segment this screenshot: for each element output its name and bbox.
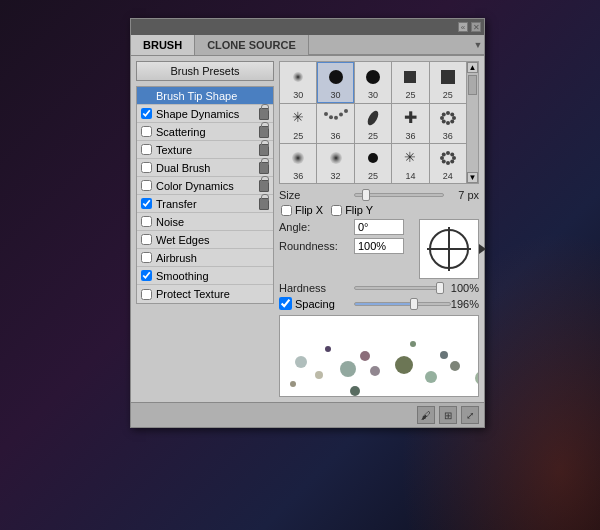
title-bar: « ✕	[131, 19, 484, 35]
checkbox-wet-edges[interactable]	[141, 234, 152, 245]
roundness-row: Roundness:	[279, 238, 414, 254]
brush-shape-10	[284, 146, 312, 170]
brush-cell-3[interactable]: 25	[392, 62, 428, 103]
brush-cell-6[interactable]: 36	[317, 104, 353, 143]
svg-point-22	[330, 152, 342, 164]
svg-point-19	[446, 111, 450, 115]
size-slider[interactable]	[354, 193, 444, 197]
roundness-input[interactable]	[354, 238, 404, 254]
angle-input[interactable]	[354, 219, 404, 235]
svg-point-9	[339, 113, 343, 117]
brush-cell-7[interactable]: 25	[355, 104, 391, 143]
brush-option-airbrush[interactable]: Airbrush	[137, 249, 273, 267]
expand-icon[interactable]: ⤢	[461, 406, 479, 424]
brush-option-shape-dynamics[interactable]: Shape Dynamics	[137, 105, 273, 123]
brush-option-transfer[interactable]: Transfer	[137, 195, 273, 213]
checkbox-color-dynamics[interactable]	[141, 180, 152, 191]
checkbox-dual-brush[interactable]	[141, 162, 152, 173]
brush-option-smoothing[interactable]: Smoothing	[137, 267, 273, 285]
brush-option-dual-brush[interactable]: Dual Brush	[137, 159, 273, 177]
tab-clone-source[interactable]: CLONE SOURCE	[195, 35, 309, 55]
scroll-up-btn[interactable]: ▲	[467, 62, 478, 73]
scroll-down-btn[interactable]: ▼	[467, 172, 478, 183]
spacing-label: Spacing	[295, 298, 335, 310]
spacing-check-group: Spacing	[279, 297, 354, 310]
brush-cell-5[interactable]: ✳25	[280, 104, 316, 143]
brush-stroke-preview	[279, 315, 479, 397]
brush-preview-circle	[419, 219, 479, 279]
brush-option-brush-tip-shape[interactable]: Brush Tip Shape	[137, 87, 273, 105]
flip-y-checkbox[interactable]	[331, 205, 342, 216]
brush-shape-14	[434, 146, 462, 170]
brush-cell-14[interactable]: 24	[430, 144, 466, 183]
brush-cell-10[interactable]: 36	[280, 144, 316, 183]
double-arrow-btn[interactable]: «	[458, 22, 468, 32]
spacing-checkbox[interactable]	[279, 297, 292, 310]
brush-cell-1[interactable]: 30	[317, 62, 353, 103]
brush-cell-8[interactable]: ✚36	[392, 104, 428, 143]
checkbox-smoothing[interactable]	[141, 270, 152, 281]
brush-option-scattering[interactable]: Scattering	[137, 123, 273, 141]
bottom-toolbar: 🖌 ⊞ ⤢	[131, 402, 484, 427]
brush-option-color-dynamics[interactable]: Color Dynamics	[137, 177, 273, 195]
brush-cell-4[interactable]: 25	[430, 62, 466, 103]
svg-point-13	[452, 116, 456, 120]
label-brush-tip-shape: Brush Tip Shape	[156, 90, 269, 102]
svg-point-20	[450, 112, 454, 116]
label-shape-dynamics: Shape Dynamics	[156, 108, 257, 120]
brush-option-protect-texture[interactable]: Protect Texture	[137, 285, 273, 303]
lock-icon-dual-brush	[259, 162, 269, 174]
svg-text:✚: ✚	[404, 109, 417, 126]
brush-cell-11[interactable]: 32	[317, 144, 353, 183]
checkbox-scattering[interactable]	[141, 126, 152, 137]
tab-brush[interactable]: BRUSH	[131, 35, 195, 55]
brush-cell-13[interactable]: ✳14	[392, 144, 428, 183]
brush-panel: « ✕ BRUSH CLONE SOURCE ▼ Brush Presets B…	[130, 18, 485, 428]
panel-menu-btn[interactable]: ▼	[472, 35, 484, 55]
size-slider-thumb[interactable]	[362, 189, 370, 201]
brush-option-noise[interactable]: Noise	[137, 213, 273, 231]
brush-option-wet-edges[interactable]: Wet Edges	[137, 231, 273, 249]
preview-dot-6	[450, 361, 460, 371]
brush-num-10: 36	[293, 171, 303, 181]
brush-cell-0[interactable]: 30	[280, 62, 316, 103]
checkbox-protect-texture[interactable]	[141, 289, 152, 300]
preview-crosshair	[427, 227, 471, 271]
brush-num-2: 30	[368, 90, 378, 100]
svg-rect-4	[441, 70, 455, 84]
flip-row: Flip X Flip Y	[279, 204, 479, 216]
spacing-slider-thumb[interactable]	[410, 298, 418, 310]
brush-presets-button[interactable]: Brush Presets	[136, 61, 274, 81]
svg-point-30	[442, 152, 446, 156]
brush-cell-9[interactable]: 36	[430, 104, 466, 143]
checkbox-noise[interactable]	[141, 216, 152, 227]
svg-point-10	[344, 109, 348, 113]
checkbox-transfer[interactable]	[141, 198, 152, 209]
brush-cell-2[interactable]: 30	[355, 62, 391, 103]
brush-shape-3	[396, 65, 424, 89]
svg-rect-3	[404, 71, 416, 83]
brush-option-texture[interactable]: Texture	[137, 141, 273, 159]
brush-num-1: 30	[331, 90, 341, 100]
label-airbrush: Airbrush	[156, 252, 269, 264]
checkbox-shape-dynamics[interactable]	[141, 108, 152, 119]
main-content: Brush Presets Brush Tip ShapeShape Dynam…	[131, 56, 484, 402]
grid-icon[interactable]: ⊞	[439, 406, 457, 424]
checkbox-airbrush[interactable]	[141, 252, 152, 263]
roundness-label: Roundness:	[279, 240, 354, 252]
scroll-thumb[interactable]	[468, 75, 477, 95]
close-btn[interactable]: ✕	[471, 22, 481, 32]
hardness-slider-thumb[interactable]	[436, 282, 444, 294]
brush-num-4: 25	[443, 90, 453, 100]
hardness-row: Hardness 100%	[279, 282, 479, 294]
label-dual-brush: Dual Brush	[156, 162, 257, 174]
brush-tool-icon[interactable]: 🖌	[417, 406, 435, 424]
checkbox-texture[interactable]	[141, 144, 152, 155]
flip-x-checkbox[interactable]	[281, 205, 292, 216]
hardness-slider[interactable]	[354, 286, 444, 290]
svg-point-14	[450, 120, 454, 124]
svg-point-31	[446, 151, 450, 155]
brush-num-7: 25	[368, 131, 378, 141]
spacing-slider[interactable]	[354, 302, 451, 306]
brush-cell-12[interactable]: 25	[355, 144, 391, 183]
